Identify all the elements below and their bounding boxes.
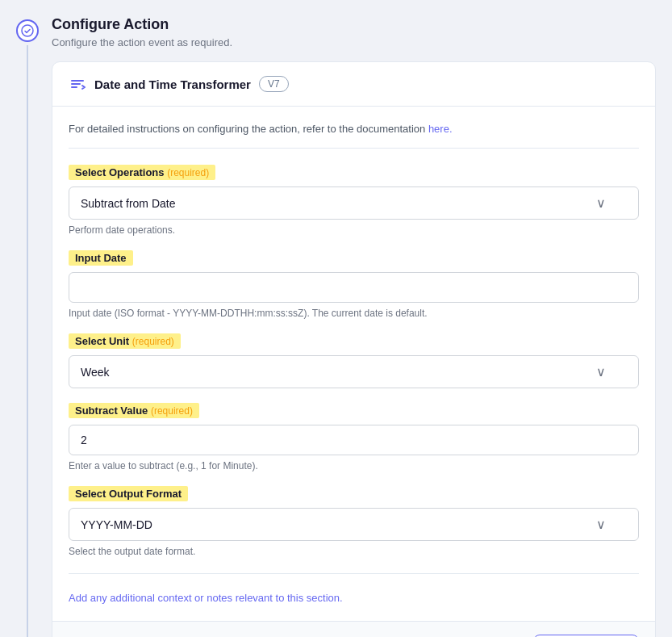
main-content: Configure Action Configure the action ev…	[52, 16, 656, 637]
chevron-down-icon: ∨	[596, 364, 606, 379]
subtract-value-hint: Enter a value to subtract (e.g., 1 for M…	[69, 460, 639, 471]
select-unit-dropdown[interactable]: Week ∨	[69, 355, 639, 388]
output-format-wrapper: YYYY-MM-DD ∨	[69, 508, 639, 541]
card-footer: Proceed →	[52, 621, 655, 637]
page-subtitle: Configure the action event as required.	[52, 36, 656, 48]
select-operations-group: Select Operations (required) Subtract fr…	[69, 165, 639, 236]
chevron-down-icon: ∨	[596, 517, 606, 532]
version-badge: V7	[259, 76, 289, 92]
subtract-value-group: Subtract Value (required) Enter a value …	[69, 403, 639, 471]
select-unit-label: Select Unit (required)	[69, 333, 639, 355]
card-header: Date and Time Transformer V7	[52, 62, 655, 107]
input-date-field[interactable]	[69, 272, 639, 303]
select-operations-wrapper: Subtract from Date ∨	[69, 186, 639, 220]
info-text: For detailed instructions on configuring…	[69, 123, 639, 149]
input-date-label: Input Date	[69, 250, 639, 272]
page-title: Configure Action	[52, 16, 656, 33]
page-container: Configure Action Configure the action ev…	[16, 16, 656, 637]
input-date-group: Input Date Input date (ISO format - YYYY…	[69, 250, 639, 319]
section-divider	[69, 573, 639, 574]
transformer-title: Date and Time Transformer	[94, 78, 251, 91]
select-operations-dropdown[interactable]: Subtract from Date ∨	[69, 186, 639, 220]
select-operations-label: Select Operations (required)	[69, 165, 639, 186]
subtract-value-label: Subtract Value (required)	[69, 403, 639, 425]
subtract-value-field[interactable]	[69, 425, 639, 455]
input-date-hint: Input date (ISO format - YYYY-MM-DDTHH:m…	[69, 308, 639, 319]
output-format-dropdown[interactable]: YYYY-MM-DD ∨	[69, 508, 639, 541]
configure-card: Date and Time Transformer V7 For detaile…	[52, 61, 656, 637]
chevron-down-icon: ∨	[596, 195, 606, 211]
card-body: For detailed instructions on configuring…	[52, 107, 655, 621]
output-format-hint: Select the output date format.	[69, 546, 639, 557]
step-line	[27, 45, 28, 637]
transformer-icon	[69, 75, 86, 93]
select-unit-wrapper: Week ∨	[69, 355, 639, 388]
documentation-link[interactable]: here.	[428, 123, 453, 135]
output-format-group: Select Output Format YYYY-MM-DD ∨ Select…	[69, 486, 639, 557]
select-unit-group: Select Unit (required) Week ∨	[69, 333, 639, 388]
step-indicator	[16, 16, 39, 637]
step-circle	[16, 19, 39, 42]
select-operations-hint: Perform date operations.	[69, 224, 639, 236]
context-link[interactable]: Add any additional context or notes rele…	[69, 592, 343, 604]
output-format-label: Select Output Format	[69, 486, 639, 508]
svg-point-0	[22, 25, 33, 36]
